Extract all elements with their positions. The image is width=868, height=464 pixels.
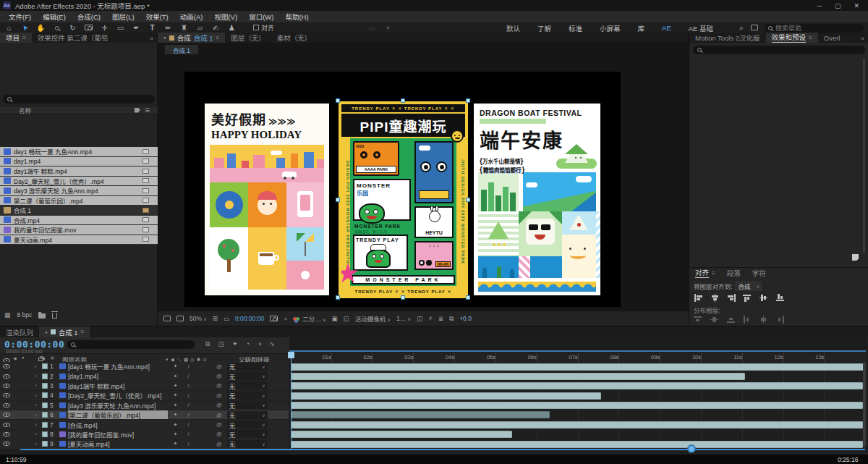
align-left-button[interactable] bbox=[694, 294, 703, 302]
workspace-item[interactable]: 标准 bbox=[569, 23, 582, 33]
layer-label-color[interactable] bbox=[42, 441, 48, 447]
parent-pickwhip-icon[interactable]: @ bbox=[216, 373, 222, 379]
shape-tool-icon[interactable]: ▭ bbox=[116, 23, 125, 33]
layer-label-color[interactable] bbox=[42, 363, 48, 369]
quality-switch[interactable]: ✦ bbox=[170, 374, 181, 379]
parent-pickwhip-icon[interactable]: @ bbox=[216, 441, 222, 447]
quality-switch[interactable]: ✦ bbox=[170, 441, 181, 447]
snap-checkbox[interactable] bbox=[253, 25, 259, 30]
layer-name[interactable]: [day3 游乐摩天轮 九鱼Ann.mp4] bbox=[68, 401, 168, 410]
composition-mini-flowchart-icon[interactable]: ⧉ bbox=[205, 340, 210, 348]
eye-icon[interactable] bbox=[3, 423, 10, 427]
layer-name[interactable]: [我的童年回忆图鉴.mov] bbox=[68, 430, 168, 439]
tab-effects-presets[interactable]: 效果和预设≡ bbox=[766, 33, 818, 43]
parent-select[interactable]: 无∨ bbox=[227, 430, 268, 438]
draft-3d-icon[interactable]: ◳ bbox=[218, 340, 224, 348]
project-item-row[interactable]: 第二课（葡萄乐园）.mp4 bbox=[0, 196, 158, 206]
tab-character[interactable]: 字符 bbox=[746, 268, 772, 278]
distribute-h-center-button[interactable] bbox=[760, 316, 769, 324]
quality-switch[interactable]: ✦ bbox=[170, 383, 181, 389]
puppet-pin-tool-icon[interactable]: ♟ bbox=[227, 23, 237, 33]
distribute-right-button[interactable] bbox=[776, 316, 786, 324]
quality-slash-switch[interactable]: / bbox=[183, 442, 194, 447]
timeline-search[interactable] bbox=[67, 340, 195, 349]
selection-handle[interactable] bbox=[336, 198, 340, 202]
maximize-button[interactable]: ▢ bbox=[835, 2, 841, 9]
layer-duration-bar[interactable] bbox=[291, 402, 863, 409]
resolution-select[interactable]: 二分… ∨ bbox=[302, 314, 326, 323]
layer-name[interactable]: [day1端午 粽粽.mp4] bbox=[68, 381, 168, 390]
parent-pickwhip-icon[interactable]: @ bbox=[216, 382, 222, 389]
tab-render-queue[interactable]: 渲染队列 bbox=[0, 326, 39, 337]
quality-slash-switch[interactable]: / bbox=[183, 364, 194, 369]
exposure-value[interactable]: +0.0 bbox=[459, 315, 472, 322]
timeline-layer-row[interactable]: › 7 [合成.mp4] ✦ / @ 无∨ bbox=[0, 420, 289, 429]
workspace-overflow-icon[interactable]: » bbox=[739, 24, 744, 32]
camera-view-select[interactable]: 活动摄像机 ∨ bbox=[355, 314, 391, 323]
interpret-footage-icon[interactable]: ▦ bbox=[4, 311, 11, 319]
layer-name[interactable]: [day1 畅玩一夏 九鱼Ann.mp4] bbox=[68, 362, 168, 371]
eye-icon[interactable] bbox=[3, 393, 10, 397]
comment-cell[interactable] bbox=[142, 208, 149, 213]
parent-pickwhip-icon[interactable]: @ bbox=[216, 421, 222, 428]
minimize-button[interactable]: ─ bbox=[817, 2, 822, 9]
panel-overflow-icon[interactable]: » bbox=[857, 33, 868, 43]
hand-tool-icon[interactable]: ✋ bbox=[36, 23, 46, 33]
workspace-item[interactable]: 了解 bbox=[537, 23, 551, 33]
expand-arrow-icon[interactable]: › bbox=[35, 373, 40, 379]
project-search-input[interactable] bbox=[14, 96, 87, 103]
menu-item[interactable]: 编辑(E) bbox=[37, 12, 72, 22]
layer-duration-bar[interactable] bbox=[291, 421, 863, 429]
workspace-item[interactable]: 库 bbox=[638, 23, 645, 33]
distribute-v-center-button[interactable] bbox=[710, 316, 720, 324]
workspace-item[interactable]: AE 基础 bbox=[689, 23, 713, 33]
new-folder-icon[interactable] bbox=[38, 313, 46, 319]
layer-name[interactable]: [夏天动画.mp4] bbox=[68, 439, 168, 448]
comment-cell[interactable] bbox=[142, 149, 149, 154]
fast-previews-icon[interactable]: ⚡ bbox=[428, 315, 433, 322]
timeline-search-input[interactable] bbox=[78, 341, 150, 348]
parent-select[interactable]: 无∨ bbox=[227, 363, 268, 371]
layer-duration-bar[interactable] bbox=[291, 441, 863, 448]
cti-line[interactable] bbox=[291, 358, 292, 449]
eye-icon[interactable] bbox=[3, 364, 10, 368]
project-item-row[interactable]: day3 游乐摩天轮 九鱼Ann.mp4 bbox=[0, 186, 158, 196]
time-ruler[interactable]: 01s02s03s04s05s06s07s08s09s10s11s12s13s bbox=[291, 353, 866, 362]
eye-icon[interactable] bbox=[3, 384, 10, 388]
flowchart-icon[interactable]: ⧉ bbox=[449, 315, 454, 323]
layer-duration-bar[interactable] bbox=[291, 363, 866, 371]
eye-icon[interactable] bbox=[3, 374, 10, 379]
progress-handle[interactable] bbox=[687, 444, 696, 453]
pen-tool-icon[interactable]: ✒ bbox=[132, 23, 141, 33]
poster-pipi-trendy-play[interactable]: TRENDY PLAY ✕ ✕ TRENDY PLAY ✕ ✕ PIPI童趣潮玩… bbox=[339, 101, 468, 298]
quality-switch[interactable]: ✦ bbox=[170, 422, 181, 428]
hide-shy-layers-icon[interactable]: ✦ bbox=[232, 340, 238, 348]
quality-slash-switch[interactable]: / bbox=[183, 383, 194, 388]
expand-arrow-icon[interactable]: › bbox=[35, 363, 40, 370]
quality-slash-switch[interactable]: / bbox=[183, 402, 194, 408]
parent-pickwhip-icon[interactable]: @ bbox=[216, 402, 222, 408]
manage-workspaces-icon[interactable] bbox=[751, 25, 758, 30]
motion-blur-icon[interactable]: ◑ bbox=[258, 340, 261, 348]
align-h-center-button[interactable] bbox=[710, 294, 720, 302]
snapshot-icon[interactable] bbox=[270, 316, 278, 321]
project-item-row[interactable]: 合成 1 bbox=[0, 206, 158, 216]
magnification-select[interactable]: 50% ∨ bbox=[190, 315, 207, 322]
poster-happy-holiday[interactable]: 美好假期 ≫≫≫ HAPPY HOLIDAY bbox=[205, 104, 329, 295]
project-item-row[interactable]: day1端午 粽粽.mp4 bbox=[0, 166, 158, 177]
tab-align[interactable]: 对齐≡ bbox=[689, 268, 721, 278]
type-tool-icon[interactable]: T bbox=[148, 23, 157, 33]
current-timecode[interactable]: 0:00:00:00 bbox=[4, 339, 64, 350]
project-item-row[interactable]: 我的童年回忆图鉴.mov bbox=[0, 225, 158, 235]
comment-cell[interactable] bbox=[142, 188, 149, 193]
menu-item[interactable]: 窗口(W) bbox=[243, 12, 279, 22]
comp-navigator-tab[interactable]: 合成 1 bbox=[165, 45, 198, 54]
comment-cell[interactable] bbox=[142, 178, 149, 183]
comment-cell[interactable] bbox=[142, 198, 149, 203]
label-column-icon[interactable] bbox=[135, 108, 140, 113]
quality-slash-switch[interactable]: / bbox=[183, 393, 194, 398]
quality-switch[interactable]: ✦ bbox=[170, 402, 181, 408]
menu-item[interactable]: 合成(C) bbox=[72, 12, 106, 22]
pixel-aspect-icon[interactable]: ◫ bbox=[417, 315, 422, 322]
parent-select[interactable]: 无∨ bbox=[227, 372, 268, 380]
